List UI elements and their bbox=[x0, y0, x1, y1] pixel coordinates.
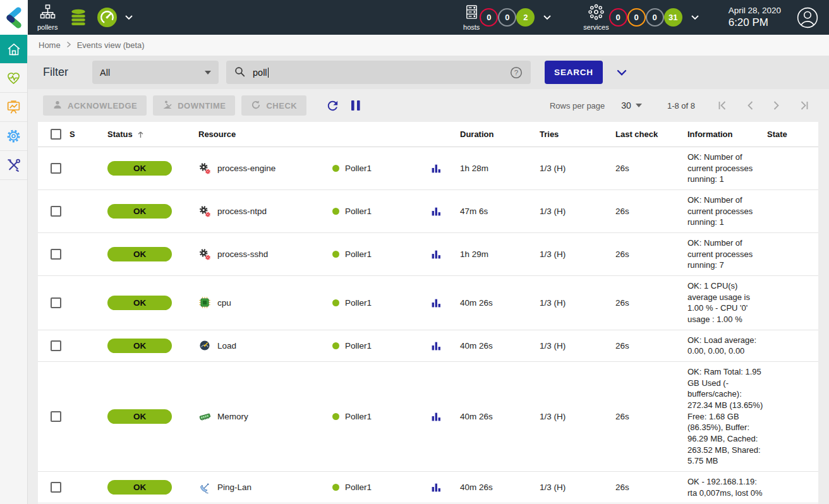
status-badge: OK bbox=[107, 161, 172, 176]
row-checkbox[interactable] bbox=[51, 411, 61, 422]
first-page-button[interactable] bbox=[718, 100, 727, 111]
table-row[interactable]: OK Ping-Lan Poller1 40m 26s 1/3 (H) 26s … bbox=[38, 472, 818, 503]
satellite-icon bbox=[198, 481, 212, 494]
table-row[interactable]: OK process-sshd Poller1 1h 29m 1/3 (H) 2… bbox=[38, 233, 818, 276]
refresh-button[interactable] bbox=[325, 99, 340, 113]
hosts-chevron-down-icon[interactable] bbox=[543, 15, 552, 20]
text-cursor bbox=[268, 68, 269, 78]
cpu-icon bbox=[198, 296, 212, 309]
centreon-logo[interactable] bbox=[0, 0, 28, 35]
pagination-range: 1-8 of 8 bbox=[667, 101, 695, 111]
sidebar-item-configuration[interactable] bbox=[0, 122, 27, 151]
last-check-cell: 26s bbox=[602, 412, 675, 421]
row-checkbox[interactable] bbox=[51, 297, 61, 308]
row-checkbox[interactable] bbox=[51, 163, 61, 174]
column-last-check[interactable]: Last check bbox=[602, 129, 675, 139]
information-cell: OK: 1 CPU(s) average usage is 1.00 % - C… bbox=[675, 276, 767, 330]
breadcrumb-home[interactable]: Home bbox=[39, 40, 61, 50]
previous-page-button[interactable] bbox=[746, 100, 754, 111]
main-content: Home Events view (beta) Filter All poll bbox=[28, 35, 829, 504]
status-badge: OK bbox=[107, 296, 172, 310]
sidebar-item-monitoring[interactable] bbox=[0, 64, 27, 93]
services-label: services bbox=[583, 23, 608, 31]
duration-cell: 40m 26s bbox=[460, 298, 531, 308]
search-help-icon[interactable]: ? bbox=[510, 66, 523, 79]
services-warning-count[interactable]: 0 bbox=[627, 8, 646, 27]
information-cell: OK: Load average: 0.00, 0.00, 0.00 bbox=[675, 330, 767, 361]
pollers-status[interactable]: pollers bbox=[37, 4, 57, 31]
graph-button[interactable] bbox=[431, 163, 442, 174]
acknowledge-button[interactable]: ACKNOWLEDGE bbox=[43, 95, 147, 116]
actions-toolbar: ACKNOWLEDGE DOWNTIME bbox=[28, 89, 829, 122]
last-check-cell: 26s bbox=[602, 298, 675, 308]
column-resource[interactable]: Resource bbox=[198, 129, 332, 139]
poller-up-dot-icon bbox=[332, 165, 339, 172]
column-status-sort[interactable]: Status bbox=[107, 129, 145, 139]
row-checkbox[interactable] bbox=[51, 482, 61, 493]
user-avatar[interactable] bbox=[796, 6, 819, 29]
graph-button[interactable] bbox=[431, 340, 442, 351]
breadcrumb-current: Events view (beta) bbox=[77, 40, 145, 50]
column-tries[interactable]: Tries bbox=[531, 129, 602, 139]
search-button[interactable]: SEARCH bbox=[545, 61, 603, 84]
downtime-button[interactable]: DOWNTIME bbox=[153, 95, 235, 116]
filter-criteria-select[interactable]: All bbox=[92, 61, 219, 84]
status-badge: OK bbox=[107, 480, 172, 495]
sidebar-item-home[interactable] bbox=[0, 35, 27, 64]
hosts-unreachable-count[interactable]: 0 bbox=[498, 8, 516, 27]
check-button[interactable]: CHECK bbox=[241, 95, 306, 116]
table-row[interactable]: OK process-engine Poller1 1h 28m 1/3 (H)… bbox=[38, 147, 818, 190]
bar-chart-icon bbox=[431, 297, 442, 308]
duration-cell: 1h 28m bbox=[460, 164, 531, 173]
database-icon[interactable] bbox=[69, 8, 88, 27]
select-all-checkbox[interactable] bbox=[51, 129, 61, 140]
search-input[interactable]: poll ? bbox=[226, 61, 531, 84]
rows-per-page-select[interactable]: 30 bbox=[621, 100, 642, 111]
table-row[interactable]: OK Load Poller1 40m 26s 1/3 (H) 26s OK: … bbox=[38, 330, 818, 362]
hosts-down-count[interactable]: 0 bbox=[480, 8, 498, 27]
resource-name: Memory bbox=[217, 412, 248, 421]
services-unknown-count[interactable]: 0 bbox=[646, 8, 664, 27]
next-page-button[interactable] bbox=[773, 100, 780, 111]
duration-cell: 1h 29m bbox=[460, 249, 531, 259]
pollers-chevron-down-icon[interactable] bbox=[124, 15, 133, 20]
filter-expand-chevron-icon[interactable] bbox=[617, 69, 627, 76]
duration-cell: 47m 6s bbox=[460, 207, 531, 216]
information-cell: OK: Number of current processes running:… bbox=[675, 190, 767, 232]
hosts-up-count[interactable]: 2 bbox=[516, 8, 535, 27]
graph-button[interactable] bbox=[431, 482, 442, 493]
parent-poller-name: Poller1 bbox=[345, 483, 372, 492]
column-duration[interactable]: Duration bbox=[460, 129, 531, 139]
pause-button[interactable] bbox=[350, 99, 361, 112]
row-checkbox[interactable] bbox=[51, 206, 61, 217]
services-status[interactable]: services bbox=[583, 4, 608, 31]
graph-button[interactable] bbox=[431, 249, 442, 260]
poller-up-dot-icon bbox=[332, 413, 339, 420]
graph-button[interactable] bbox=[431, 411, 442, 422]
sidebar-item-administration[interactable] bbox=[0, 151, 27, 180]
column-state[interactable]: State bbox=[767, 129, 818, 139]
services-critical-count[interactable]: 0 bbox=[609, 8, 627, 27]
filter-label: Filter bbox=[43, 66, 68, 79]
bar-chart-icon bbox=[431, 249, 442, 260]
hosts-status[interactable]: hosts bbox=[463, 4, 480, 31]
services-ok-count[interactable]: 31 bbox=[664, 8, 682, 27]
sidebar bbox=[0, 35, 28, 504]
column-severity: S bbox=[64, 129, 92, 139]
last-check-cell: 26s bbox=[602, 164, 675, 173]
last-page-button[interactable] bbox=[799, 100, 809, 111]
parent-poller-name: Poller1 bbox=[345, 207, 372, 216]
column-information[interactable]: Information bbox=[675, 129, 767, 139]
services-chevron-down-icon[interactable] bbox=[691, 15, 699, 20]
table-row[interactable]: OK Memory Poller1 40m 26s 1/3 (H) 26s OK… bbox=[38, 362, 818, 472]
row-checkbox[interactable] bbox=[51, 249, 61, 260]
table-row[interactable]: OK cpu Poller1 40m 26s 1/3 (H) 26s OK: 1… bbox=[38, 276, 818, 330]
row-checkbox[interactable] bbox=[51, 340, 61, 351]
person-icon bbox=[52, 100, 63, 112]
information-cell: OK: Ram Total: 1.95 GB Used (-buffers/ca… bbox=[675, 362, 767, 471]
latency-gauge-icon[interactable] bbox=[97, 7, 118, 28]
table-row[interactable]: OK process-ntpd Poller1 47m 6s 1/3 (H) 2… bbox=[38, 190, 818, 233]
graph-button[interactable] bbox=[431, 206, 442, 217]
sidebar-item-reporting[interactable] bbox=[0, 93, 27, 122]
graph-button[interactable] bbox=[431, 297, 442, 308]
